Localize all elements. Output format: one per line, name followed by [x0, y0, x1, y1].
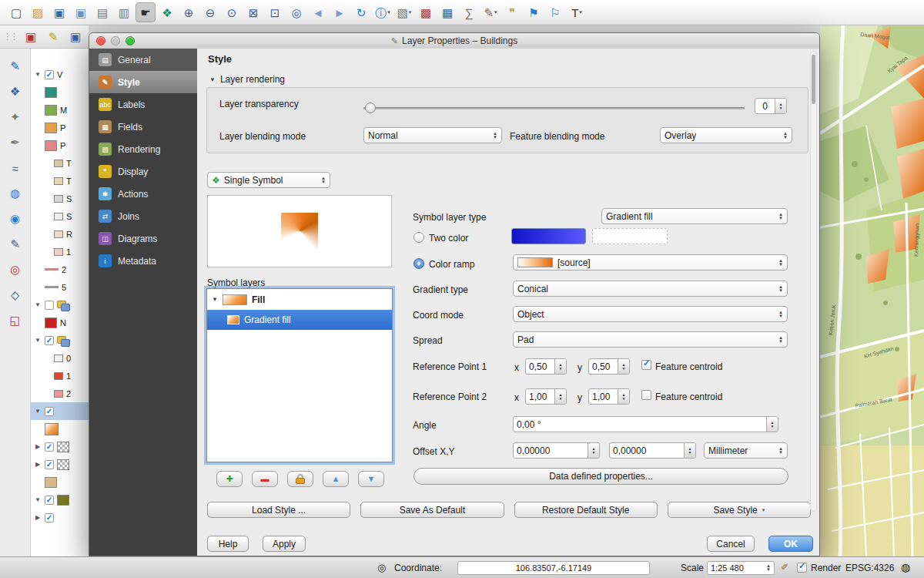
layer-checkbox[interactable]: ✓	[45, 496, 54, 505]
zoom-window-button[interactable]	[126, 36, 135, 45]
zoom-native-icon[interactable]: ⊙	[222, 2, 242, 22]
stepper-icon[interactable]	[684, 443, 695, 458]
stepper-icon[interactable]	[618, 359, 629, 374]
toggle-editing-icon[interactable]: ✎	[43, 27, 63, 47]
restore-default-style-button[interactable]: Restore Default Style	[514, 502, 658, 518]
stepper-icon[interactable]	[766, 417, 778, 432]
sidebar-item-metadata[interactable]: iMetadata	[89, 250, 197, 272]
expander-icon[interactable]: ▼	[34, 71, 42, 78]
folder-open-icon[interactable]: ▨	[28, 2, 48, 22]
color1-button[interactable]	[511, 228, 586, 244]
layer-checkbox[interactable]: ✓	[45, 336, 54, 345]
offset-unit-select[interactable]: Millimeter	[704, 442, 788, 459]
tree-item-fill[interactable]: ▼ Fill	[207, 289, 392, 310]
map-tips-icon[interactable]: ❞	[502, 2, 522, 22]
sidebar-item-style[interactable]: ✎Style	[89, 71, 197, 93]
ref2-x-spinbox[interactable]: 1,00	[525, 388, 567, 405]
zoom-to-layer-icon[interactable]: ◎	[286, 2, 306, 22]
ref1-y-spinbox[interactable]: 0,50	[588, 358, 630, 375]
expander-icon[interactable]: ▶	[34, 443, 42, 450]
ref1-x-spinbox[interactable]: 0,50	[525, 358, 567, 375]
layer-rendering-caption[interactable]: ▼ Layer rendering	[209, 74, 285, 85]
layer-checkbox[interactable]: ✓	[45, 513, 54, 523]
coord-mode-select[interactable]: Object	[513, 306, 788, 322]
ok-button[interactable]: OK	[768, 536, 813, 552]
apply-button[interactable]: Apply	[263, 536, 306, 552]
deselect-icon[interactable]: ▩	[416, 2, 436, 22]
scrollbar-thumb[interactable]	[812, 55, 815, 104]
show-bookmarks-icon[interactable]: ⚐	[545, 2, 565, 22]
stepper-icon[interactable]	[554, 359, 566, 374]
help-button[interactable]: Help	[207, 536, 249, 552]
sidebar-item-general[interactable]: ▤General	[89, 49, 197, 71]
dialog-scrollbar[interactable]	[810, 51, 817, 512]
add-feature-icon[interactable]: ✎	[5, 56, 25, 76]
render-checkbox[interactable]	[797, 563, 807, 573]
layer-checkbox[interactable]: ✓	[45, 407, 54, 416]
lock-color-button[interactable]	[287, 471, 313, 487]
scale-select[interactable]: 1:25 480	[707, 561, 775, 575]
refresh-icon[interactable]: ↻	[351, 2, 371, 22]
color-ramp-select[interactable]: [source]	[513, 254, 788, 271]
zoom-next-icon[interactable]: ►	[330, 2, 350, 22]
sidebar-item-labels[interactable]: abcLabels	[89, 93, 197, 116]
layer-checkbox[interactable]	[45, 301, 54, 310]
expander-icon[interactable]: ▶	[34, 461, 42, 468]
stepper-icon[interactable]	[588, 443, 599, 458]
spread-select[interactable]: Pad	[513, 331, 788, 348]
symbol-type-select[interactable]: ❖ Single Symbol	[207, 172, 330, 188]
zoom-last-icon[interactable]: ◄	[308, 2, 328, 22]
data-defined-properties-button[interactable]: Data defined properties...	[413, 468, 788, 485]
identify-icon[interactable]: ⓘ▾	[373, 2, 393, 22]
sidebar-item-display[interactable]: ❞Display	[89, 160, 197, 183]
cancel-button[interactable]: Cancel	[707, 536, 755, 552]
angle-spinbox[interactable]: 0,00 °	[513, 416, 778, 432]
zoom-out-icon[interactable]: ⊖	[200, 2, 220, 22]
expander-icon[interactable]: ▼	[34, 337, 42, 344]
magnifier-icon[interactable]: ✐	[781, 562, 788, 573]
load-style-button[interactable]: Load Style ...	[207, 502, 350, 518]
print-composer-icon[interactable]: ▤	[92, 2, 112, 22]
expander-icon[interactable]: ▼	[212, 296, 218, 303]
new-bookmark-icon[interactable]: ⚑	[524, 2, 544, 22]
layer-blending-select[interactable]: Normal	[363, 127, 502, 143]
text-annotation-icon[interactable]: T▾	[567, 2, 587, 22]
layer-checkbox[interactable]: ✓	[45, 442, 54, 452]
expander-icon[interactable]: ▼	[34, 496, 42, 503]
pan-to-selection-icon[interactable]: ❖	[157, 2, 177, 22]
collapse-icon[interactable]: ▼	[209, 76, 216, 83]
edit-vertex-icon[interactable]: ✎	[5, 234, 25, 254]
two-color-radio[interactable]	[413, 232, 424, 243]
expander-icon[interactable]: ▼	[34, 408, 42, 415]
dialog-titlebar[interactable]: ✎ Layer Properties – Buildings	[89, 33, 819, 49]
save-icon[interactable]: ▣	[49, 2, 69, 22]
sidebar-item-fields[interactable]: ▦Fields	[89, 116, 197, 138]
toolbar-grip-icon[interactable]: ⋮⋮	[3, 32, 17, 42]
save-style-button[interactable]: Save Style▾	[668, 502, 811, 518]
offset-y-spinbox[interactable]: 0,00000	[609, 442, 696, 459]
color-ramp-radio[interactable]	[413, 258, 424, 269]
layer-checkbox[interactable]: ✓	[45, 70, 54, 79]
move-feature-icon[interactable]: ❖	[5, 82, 25, 102]
coordinate-capture-icon[interactable]: ◎	[377, 562, 386, 573]
sidebar-item-actions[interactable]: ✱Actions	[89, 183, 197, 205]
zoom-to-selection-icon[interactable]: ⊡	[265, 2, 285, 22]
ref2-y-spinbox[interactable]: 1,00	[588, 388, 630, 405]
node-tool-icon[interactable]: ✦	[5, 107, 25, 127]
move-layer-up-button[interactable]: ▲	[323, 471, 349, 487]
coordinate-input[interactable]: 106.83507,-6.17149	[457, 561, 650, 575]
stepper-icon[interactable]	[554, 389, 566, 404]
pan-map-icon[interactable]: ☛	[136, 2, 156, 22]
expander-icon[interactable]: ▼	[34, 301, 42, 308]
layer-checkbox[interactable]: ✓	[45, 460, 54, 469]
save-layer-edits-icon[interactable]: ▣	[65, 27, 85, 47]
map-canvas[interactable]: Kyai TapaDaan MogotKemanggisanKH Syahdan…	[820, 25, 924, 556]
ref1-centroid-checkbox[interactable]	[641, 360, 651, 370]
measure-icon[interactable]: ✎▾	[480, 2, 500, 22]
split-features-icon[interactable]: ◇	[5, 285, 25, 305]
delete-part-icon[interactable]: ◎	[5, 260, 25, 280]
sidebar-item-diagrams[interactable]: ◫Diagrams	[89, 227, 197, 250]
stepper-icon[interactable]	[775, 99, 786, 113]
offset-curve-icon[interactable]: ◱	[5, 311, 25, 331]
composer-manager-icon[interactable]: ▥	[114, 2, 134, 22]
